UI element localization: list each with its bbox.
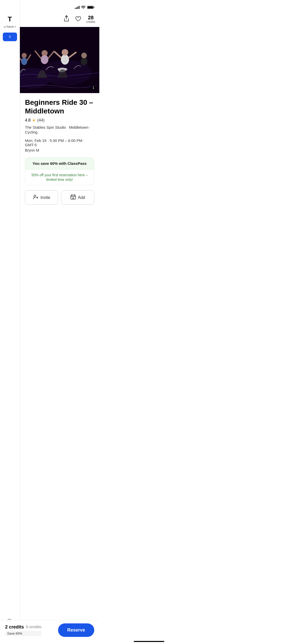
star-icon: ★	[32, 118, 36, 123]
rating-row: 4.8 ★ (44)	[25, 118, 94, 123]
share-icon[interactable]	[63, 15, 70, 24]
credits-number: 28	[88, 15, 93, 20]
page-indicator: 1	[90, 85, 96, 90]
svg-point-17	[81, 53, 87, 58]
invite-icon	[33, 194, 38, 201]
class-title: Beginners Ride 30 – Middletown	[25, 98, 94, 115]
credits-display: 28 credits	[86, 15, 95, 24]
savings-banner: You save 60% with ClassPass 50% off your…	[25, 157, 94, 185]
dot-separator: ·	[67, 125, 68, 129]
savings-promo: 50% off your first reservation here – li…	[25, 169, 94, 185]
svg-point-3	[21, 57, 27, 65]
content-area: Beginners Ride 30 – Middletown 4.8 ★ (44…	[20, 93, 99, 241]
savings-promo-text: 50% off your first reservation here – li…	[31, 173, 88, 182]
svg-point-4	[22, 53, 27, 58]
signal-icon	[75, 6, 79, 9]
credits-label: credits	[86, 20, 95, 24]
svg-point-20	[34, 195, 36, 197]
studio-row[interactable]: The Stables Spin Studio · Middletown ›	[25, 125, 94, 129]
add-button[interactable]: Add	[61, 190, 94, 205]
calendar-add-icon	[70, 194, 76, 201]
rating-number: 4.8	[25, 118, 31, 123]
main-content: Beginners Ride 30 – Middletown 4.8 ★ (44…	[20, 93, 99, 241]
battery-icon	[87, 6, 94, 9]
add-label: Add	[78, 195, 85, 200]
action-buttons: Invite Add	[25, 190, 94, 205]
svg-point-7	[41, 55, 48, 64]
svg-point-12	[62, 56, 67, 63]
savings-main-text: You save 60% with ClassPass	[33, 161, 87, 166]
category: Cycling	[25, 130, 94, 134]
favorite-icon[interactable]	[75, 16, 81, 23]
svg-point-13	[62, 49, 68, 56]
wifi-icon	[81, 5, 86, 10]
chevron-right-icon: ›	[89, 126, 90, 129]
header-right: 28 credits	[63, 15, 95, 24]
invite-label: Invite	[40, 195, 50, 200]
rating-count: (44)	[37, 118, 44, 123]
instructor: Brynn M	[25, 148, 94, 152]
invite-button[interactable]: Invite	[25, 190, 58, 205]
studio-name: The Stables Spin Studio	[25, 125, 66, 129]
svg-point-16	[81, 57, 87, 65]
savings-main: You save 60% with ClassPass	[25, 158, 94, 169]
sidebar-text: u have r	[2, 25, 17, 28]
svg-point-8	[42, 50, 48, 56]
location-text: Middletown	[69, 125, 88, 129]
sidebar-action-button[interactable]: S	[3, 33, 17, 41]
location-link[interactable]: Middletown ›	[69, 125, 90, 129]
sidebar-title: T	[8, 15, 12, 23]
datetime: Mon, Feb 19 · 5:30 PM – 6:00 PM · GMT-5	[25, 138, 94, 147]
status-icons	[75, 5, 94, 10]
sidebar-panel: T u have r S Search	[0, 0, 20, 241]
